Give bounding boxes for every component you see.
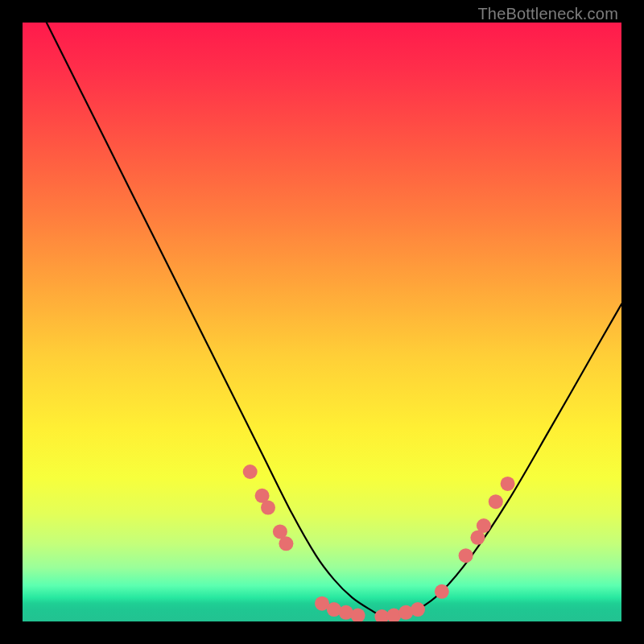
marker-dot [279,536,293,551]
curve-layer [47,23,621,617]
marker-dot [459,548,473,563]
marker-dot [489,494,503,509]
marker-dot [261,501,275,515]
marker-dot [501,477,515,491]
watermark-text: TheBottleneck.com [477,5,618,23]
curve-markers [243,464,515,621]
marker-dot [477,518,491,533]
bottleneck-curve [47,23,621,617]
marker-dot [243,464,258,479]
marker-dot [411,602,425,617]
chart-frame: TheBottleneck.com [0,0,644,644]
marker-dot [435,584,449,599]
marker-dot [386,609,401,621]
chart-svg [23,23,621,621]
plot-area [23,23,621,621]
